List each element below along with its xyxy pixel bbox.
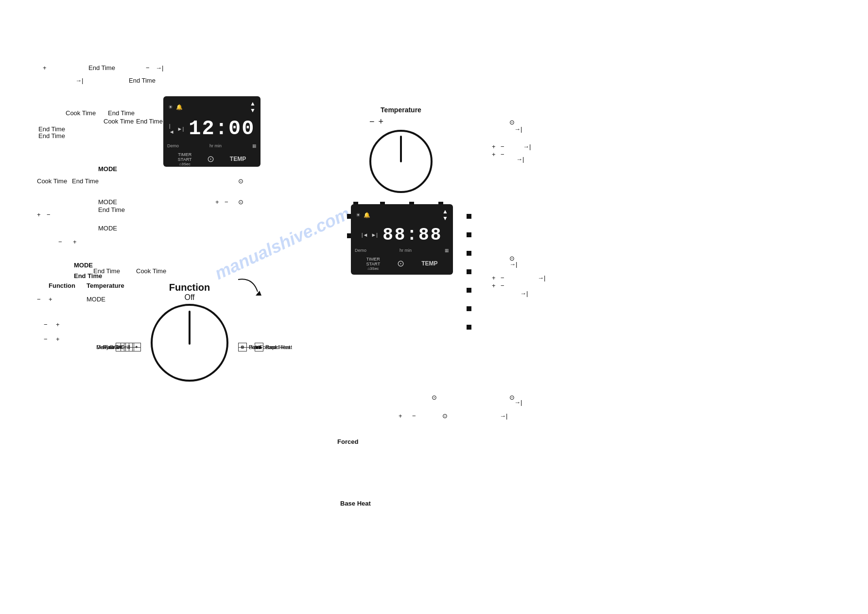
end-time-label-3: End Time — [108, 109, 135, 117]
minus-label-7: − — [44, 335, 48, 343]
cook-time-label-3: Cook Time — [37, 177, 67, 185]
minus-label-10: − — [501, 274, 504, 281]
arrow-right-6: →| — [538, 274, 545, 281]
defrost-label: Defrost ❄ — [97, 343, 141, 351]
end-time-label-5: End Time — [38, 125, 65, 133]
arrow-right-4: →| — [523, 143, 531, 150]
arrow-right-2: →| — [75, 77, 83, 84]
seg-display-2: 88:88 — [382, 225, 442, 245]
temperature-section: Temperature − + — [369, 106, 433, 193]
end-time-label-7: End Time — [72, 177, 99, 185]
minus-label-6: − — [44, 321, 48, 328]
display-bottom-2: TIMER START ⌂3Sec ⊙ TEMP — [351, 254, 453, 276]
marker-7 — [467, 325, 471, 330]
display-panel-2: ☀ 🔔 ▲▼ |◄ ►| 88:88 Demo hr min ▦ — [351, 204, 453, 275]
arrow-right-8: →| — [500, 412, 507, 420]
clock-btn-1[interactable]: ⊙ — [207, 154, 214, 164]
temperature-label-2: Temperature — [369, 106, 433, 114]
base-heat-dial-label: ⊟ Base Heat — [238, 343, 290, 351]
function-knob[interactable] — [151, 304, 228, 382]
clock-icon-1: ⊙ — [238, 177, 243, 185]
hr-min-label-1: hr min — [209, 143, 222, 148]
nav-icons-1: |◄ ►| — [169, 123, 184, 135]
timer-start-1[interactable]: TIMER START ⌂3Sec — [178, 152, 192, 166]
temp-minus[interactable]: − — [369, 117, 375, 127]
display-mid-1: |◄ ►| 12:00 — [163, 115, 260, 142]
clock-icon-2: ⊙ — [238, 198, 243, 206]
marker-6 — [467, 306, 471, 311]
temp-btn-1[interactable]: TEMP — [230, 156, 246, 162]
svg-marker-0 — [256, 291, 261, 296]
plus-label-8: + — [492, 143, 496, 150]
temperature-label-1: Temperature — [87, 282, 124, 289]
up-down-arrows-1: ▲ ▼ — [250, 100, 256, 114]
temperature-knob[interactable] — [369, 130, 433, 193]
defrost-icon: ❄ — [116, 343, 124, 351]
end-time-label-1: End Time — [88, 64, 115, 71]
clock-btn-2[interactable]: ⊙ — [397, 258, 404, 269]
marker-4 — [467, 269, 471, 274]
minus-label-8: − — [501, 143, 504, 150]
plus-label-10: + — [492, 274, 496, 281]
marker-5 — [467, 288, 471, 293]
hr-min-label-2: hr min — [399, 248, 412, 253]
end-time-label-4: End Time — [136, 118, 163, 125]
clock-icon-5: ⊙ — [432, 394, 437, 401]
sun-icon-2: ☀ — [356, 212, 361, 218]
arrow-down-2: →| — [520, 290, 528, 297]
plus-label-12: + — [399, 412, 402, 420]
mode-label-3: MODE — [98, 225, 117, 232]
page: manualshive.com + End Time − →| End Time… — [0, 0, 868, 614]
arrow-right-7: →| — [514, 399, 522, 406]
minus-label-2: − — [225, 198, 228, 206]
temp-btn-2[interactable]: TEMP — [421, 260, 437, 267]
function-knob-indicator — [189, 311, 191, 345]
display-mid-2: |◄ ►| 88:88 — [351, 223, 453, 247]
function-dial-container: Function Off Pyro ⊞ Maxi Grill ≡ — [141, 282, 238, 382]
base-heat-icon: ⊟ — [255, 343, 263, 351]
minus-label-5: − — [37, 296, 41, 303]
timer-start-2[interactable]: TIMER START ⌂3Sec — [366, 257, 380, 271]
watermark: manualshive.com — [211, 203, 353, 284]
function-arrow — [233, 277, 262, 297]
nav-icons-2: |◄ ►| — [362, 232, 378, 238]
minus-label-4: − — [58, 238, 62, 246]
temp-plus[interactable]: + — [379, 117, 384, 127]
nav-back-icon-2: |◄ — [362, 232, 368, 238]
minus-label-11: − — [501, 282, 504, 289]
demo-label-2: Demo — [355, 248, 366, 253]
minus-label-12: − — [412, 412, 416, 420]
display-bottom-1: TIMER START ⌂3Sec ⊙ TEMP — [163, 149, 260, 171]
demo-label-1: Demo — [167, 143, 179, 148]
bell-icon-1: 🔔 — [176, 104, 183, 110]
sun-icon-1: ☀ — [168, 104, 173, 110]
cook-time-label-4: Cook Time — [136, 267, 166, 275]
knob-indicator — [400, 136, 402, 162]
marker-1 — [467, 214, 471, 219]
plus-label-3: + — [37, 211, 41, 218]
plus-label-2: + — [215, 198, 219, 206]
minus-label-1: − — [146, 64, 150, 71]
plus-label-11: + — [492, 282, 496, 289]
end-time-label-2: End Time — [129, 77, 156, 84]
nav-fwd-icon-1: ►| — [177, 126, 184, 132]
plus-label-5: + — [49, 296, 52, 303]
arrow-right-1: →| — [156, 64, 163, 71]
mode-end-time-label: MODE — [74, 262, 93, 269]
arrow-right-5: →| — [509, 261, 517, 268]
clock-icon-7: ⊙ — [442, 412, 448, 420]
plus-label-7: + — [56, 335, 60, 343]
arrow-right-3: →| — [514, 125, 522, 133]
plus-label-6: + — [56, 321, 60, 328]
arrow-down-1: →| — [516, 156, 524, 163]
plus-label-1: + — [43, 64, 47, 71]
up-down-arrows-2: ▲▼ — [442, 208, 448, 222]
minus-label-3: − — [47, 211, 51, 218]
plus-label-4: + — [73, 238, 77, 246]
end-time-label-6: End Time — [38, 132, 65, 140]
display-panel-1: ☀ 🔔 ▲ ▼ |◄ ►| 12:00 Demo hr min ▦ TIMER … — [163, 96, 260, 167]
cook-time-label-2: Cook Time — [104, 118, 134, 125]
forced-label: Forced — [337, 438, 358, 445]
marker-3 — [467, 251, 471, 256]
right-markers — [467, 214, 471, 330]
